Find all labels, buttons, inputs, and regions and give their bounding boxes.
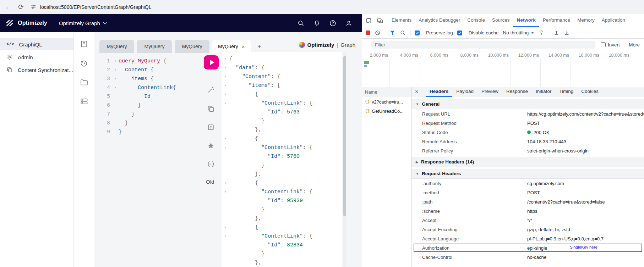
fold-arrow-icon[interactable]: ▾: [222, 223, 229, 232]
fold-arrow-icon[interactable]: ▾: [222, 81, 229, 90]
fold-arrow-icon[interactable]: ▾: [222, 63, 229, 72]
import-har-icon[interactable]: [553, 30, 560, 36]
headers-section-header[interactable]: ▼General: [411, 99, 644, 109]
detail-tab-headers[interactable]: Headers: [426, 87, 452, 97]
star-icon[interactable]: [207, 142, 215, 150]
network-timeline-overview[interactable]: 2,000 ms4,000 ms6,000 ms8,000 ms10,000 m…: [362, 51, 644, 88]
tab-application[interactable]: Application: [598, 14, 629, 27]
fold-arrow-icon[interactable]: ▾: [222, 188, 229, 196]
sidebar-item-graphiql[interactable]: </> GraphiQL: [0, 38, 73, 50]
settings-paren-dot-icon[interactable]: [207, 160, 215, 168]
tab-performance[interactable]: Performance: [539, 14, 574, 27]
notifications-bell-icon[interactable]: [313, 20, 321, 27]
query-tab-1[interactable]: MyQuery: [99, 40, 134, 53]
close-detail-icon[interactable]: ×: [415, 89, 423, 95]
request-row-getunread[interactable]: {} GetUnreadCo...: [362, 106, 411, 116]
preserve-log-checkbox[interactable]: [415, 30, 420, 35]
fold-spacer: [112, 128, 119, 137]
header-row: Accept-Languagepl-PL,pl;q=0.9,en-US;q=0.…: [411, 234, 644, 243]
fold-arrow-icon[interactable]: ▾: [112, 83, 119, 92]
tab-network[interactable]: Network: [513, 14, 539, 27]
code-text: }: [229, 205, 264, 214]
detail-tab-response[interactable]: Response: [502, 87, 532, 97]
docs-icon[interactable]: [80, 40, 88, 48]
network-conditions-icon[interactable]: [538, 30, 545, 36]
site-settings-icon[interactable]: [30, 4, 37, 10]
merge-fragments-icon[interactable]: [207, 123, 215, 131]
search-network-icon[interactable]: [400, 30, 406, 36]
fold-arrow-icon[interactable]: ▾: [222, 179, 229, 188]
user-profile-icon[interactable]: [345, 20, 353, 27]
search-icon[interactable]: [297, 20, 305, 27]
help-icon[interactable]: [329, 20, 337, 27]
device-toolbar-icon[interactable]: [377, 17, 383, 24]
query-tab-3[interactable]: MyQuery: [175, 40, 209, 53]
close-tab-icon[interactable]: ×: [242, 44, 245, 50]
history-icon[interactable]: [80, 59, 88, 67]
tab-memory[interactable]: Memory: [574, 14, 598, 27]
clear-icon[interactable]: [375, 30, 381, 36]
fold-arrow-icon[interactable]: ▾: [222, 99, 229, 108]
throttling-dropdown[interactable]: No throttling: [503, 30, 534, 35]
detail-tab-timing[interactable]: Timing: [555, 87, 577, 97]
headers-section-header[interactable]: ▶Response Headers (14): [411, 157, 644, 167]
headers-section-header[interactable]: ▼Request Headers: [411, 169, 644, 179]
fold-arrow-icon[interactable]: ▾: [222, 143, 229, 152]
header-value: https://cg.optimizely.com/content/v2?cac…: [527, 111, 644, 117]
old-version-link[interactable]: Old: [206, 179, 214, 185]
refresh-icon[interactable]: ⟳: [18, 4, 24, 10]
detail-tab-initiator[interactable]: Initiator: [532, 87, 555, 97]
graphiql-plugin-strip: [74, 32, 94, 267]
address-bar[interactable]: localhost:5000/EPiServer/ContentGraph/Gr…: [30, 4, 152, 10]
fold-arrow-icon[interactable]: ▾: [112, 66, 119, 74]
fold-arrow-icon[interactable]: ▾: [222, 90, 229, 99]
fold-arrow-icon[interactable]: ▾: [222, 232, 229, 241]
fold-arrow-icon[interactable]: ▾: [112, 74, 119, 83]
tab-analytics-debugger[interactable]: Analytics Debugger: [415, 14, 464, 27]
prettify-wand-icon[interactable]: [207, 86, 215, 94]
timeline-tick-label: 10,000 ms: [483, 53, 509, 58]
header-value: strict-origin-when-cross-origin: [527, 148, 644, 154]
inspect-element-icon[interactable]: [366, 17, 372, 24]
graph-logo-brand: Optimizely: [307, 42, 334, 48]
tab-sources[interactable]: Sources: [489, 14, 513, 27]
query-tab-2[interactable]: MyQuery: [137, 40, 172, 53]
sidebar-item-content-sync[interactable]: Content Synchronizat...: [0, 64, 73, 76]
export-har-icon[interactable]: [564, 30, 570, 36]
fold-spacer: [222, 214, 229, 223]
invert-checkbox[interactable]: [601, 42, 606, 47]
filter-funnel-icon[interactable]: [389, 30, 395, 36]
record-button[interactable]: [366, 30, 370, 35]
back-icon[interactable]: ←: [5, 4, 12, 10]
fold-arrow-icon[interactable]: ▾: [112, 57, 119, 66]
scrollbar-thumb[interactable]: [343, 56, 346, 216]
line-number: 7: [99, 110, 110, 119]
new-tab-button[interactable]: +: [253, 40, 266, 53]
detail-tab-payload[interactable]: Payload: [452, 87, 477, 97]
tab-console[interactable]: Console: [464, 14, 489, 27]
detail-tab-preview[interactable]: Preview: [477, 87, 502, 97]
detail-tab-cookies[interactable]: Cookies: [577, 87, 602, 97]
more-filters-button[interactable]: More: [629, 42, 640, 48]
results-scrollbar[interactable]: [343, 52, 346, 267]
copy-query-icon[interactable]: [207, 105, 215, 113]
fold-arrow-icon[interactable]: ▾: [222, 134, 229, 143]
folder-icon[interactable]: [80, 78, 88, 87]
execute-query-button[interactable]: [204, 55, 219, 69]
disable-cache-checkbox[interactable]: [457, 30, 462, 35]
tab-elements[interactable]: Elements: [388, 14, 415, 27]
name-column-header[interactable]: Name: [362, 87, 411, 97]
fold-arrow-icon[interactable]: ▾: [222, 72, 229, 81]
fold-arrow-icon[interactable]: ▾: [222, 55, 229, 63]
filter-input[interactable]: [371, 41, 595, 49]
server-icon[interactable]: [80, 97, 88, 106]
query-tab-4-active[interactable]: MyQuery ×: [212, 40, 251, 53]
result-line: "Id": 82834: [222, 241, 342, 250]
request-detail-panel: × Headers Payload Preview Response Initi…: [411, 87, 644, 267]
sidebar-item-admin[interactable]: Admin: [0, 51, 73, 63]
request-row-v2[interactable]: {} v2?cache=tru...: [362, 97, 411, 106]
query-editor[interactable]: 1▾query MyQuery {2▾ Content {3▾ items {4…: [99, 55, 201, 267]
product-switcher[interactable]: Optimizely Graph: [59, 20, 100, 26]
header-name: Authorization: [422, 245, 527, 251]
chevron-down-icon[interactable]: [103, 20, 107, 24]
